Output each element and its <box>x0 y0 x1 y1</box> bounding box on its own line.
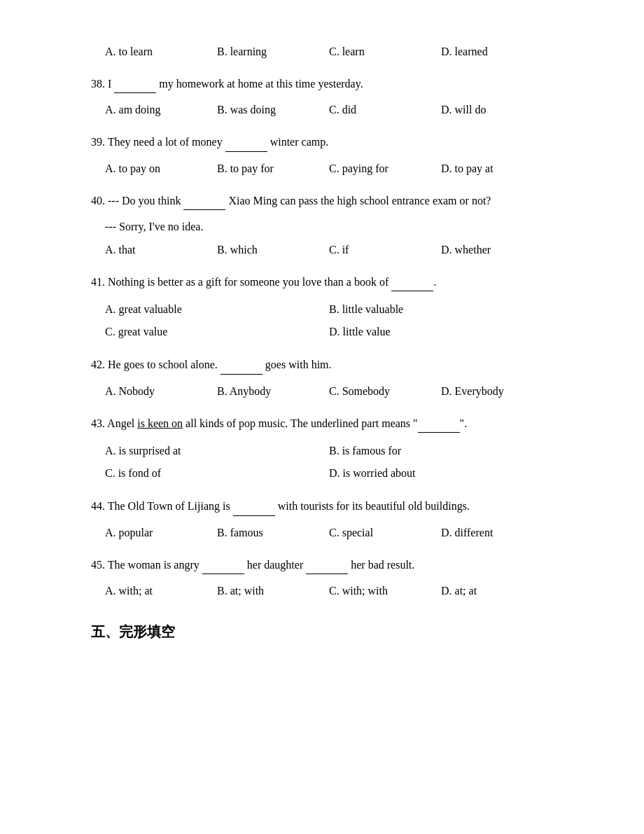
option-39-d: D. to pay at <box>441 159 553 179</box>
option-40-c: C. if <box>329 240 441 260</box>
option-45-c: C. with; with <box>329 581 441 602</box>
option-43-d: D. is worried about <box>329 462 553 485</box>
question-40-subtext: --- Sorry, I've no idea. <box>105 217 553 237</box>
option-45-a: A. with; at <box>105 581 217 602</box>
options-grid-43: A. is surprised at B. is famous for C. i… <box>91 440 553 485</box>
option-42-c: C. Somebody <box>329 382 441 402</box>
option-40-b: B. which <box>217 240 329 260</box>
option-40-d: D. whether <box>441 240 553 260</box>
option-41-d: D. little value <box>329 321 553 343</box>
option-44-a: A. popular <box>105 523 217 543</box>
option-37-c: C. learn <box>329 42 441 62</box>
question-42-text: 42. He goes to school alone. goes with h… <box>91 356 553 375</box>
options-row-38: A. am doing B. was doing C. did D. will … <box>91 100 553 120</box>
question-44: 44. The Old Town of Lijiang is with tour… <box>91 497 553 543</box>
options-row-44: A. popular B. famous C. special D. diffe… <box>91 523 553 543</box>
options-grid-41: A. great valuable B. little valuable C. … <box>91 298 553 343</box>
underlined-phrase-43: is keen on <box>137 417 183 429</box>
option-39-c: C. paying for <box>329 159 441 179</box>
question-38: 38. I my homework at home at this time y… <box>91 75 553 120</box>
options-row-37: A. to learn B. learning C. learn D. lear… <box>91 42 553 62</box>
option-43-b: B. is famous for <box>329 440 553 462</box>
option-39-a: A. to pay on <box>105 159 217 179</box>
blank-45-1 <box>202 556 244 575</box>
blank-41 <box>391 273 433 292</box>
question-40: 40. --- Do you think Xiao Ming can pass … <box>91 192 553 260</box>
options-row-45: A. with; at B. at; with C. with; with D.… <box>91 581 553 602</box>
blank-43 <box>418 415 460 433</box>
blank-44 <box>233 497 275 516</box>
blank-45-2 <box>306 556 348 575</box>
question-40-text: 40. --- Do you think Xiao Ming can pass … <box>91 192 553 211</box>
option-39-b: B. to pay for <box>217 159 329 179</box>
option-42-d: D. Everybody <box>441 382 553 402</box>
question-44-text: 44. The Old Town of Lijiang is with tour… <box>91 497 553 516</box>
option-41-c: C. great value <box>105 321 329 343</box>
blank-42 <box>220 356 262 375</box>
option-44-b: B. famous <box>217 523 329 543</box>
question-45: 45. The woman is angry her daughter her … <box>91 556 553 602</box>
option-45-d: D. at; at <box>441 581 553 602</box>
option-43-c: C. is fond of <box>105 462 329 485</box>
options-row-39: A. to pay on B. to pay for C. paying for… <box>91 159 553 179</box>
section-5-title: 五、完形填空 <box>91 623 553 641</box>
blank-38 <box>114 75 156 94</box>
option-44-d: D. different <box>441 523 553 543</box>
options-row-40: A. that B. which C. if D. whether <box>91 240 553 260</box>
option-42-b: B. Anybody <box>217 382 329 402</box>
option-38-c: C. did <box>329 100 441 120</box>
option-45-b: B. at; with <box>217 581 329 602</box>
question-43-text: 43. Angel is keen on all kinds of pop mu… <box>91 415 553 433</box>
question-37-options: A. to learn B. learning C. learn D. lear… <box>91 42 553 62</box>
option-38-b: B. was doing <box>217 100 329 120</box>
question-39: 39. They need a lot of money winter camp… <box>91 133 553 179</box>
question-45-text: 45. The woman is angry her daughter her … <box>91 556 553 575</box>
question-38-text: 38. I my homework at home at this time y… <box>91 75 553 94</box>
option-41-a: A. great valuable <box>105 298 329 321</box>
question-43: 43. Angel is keen on all kinds of pop mu… <box>91 415 553 485</box>
option-38-a: A. am doing <box>105 100 217 120</box>
option-43-a: A. is surprised at <box>105 440 329 462</box>
option-38-d: D. will do <box>441 100 553 120</box>
blank-40 <box>183 192 225 211</box>
option-41-b: B. little valuable <box>329 298 553 321</box>
option-37-b: B. learning <box>217 42 329 62</box>
options-row-42: A. Nobody B. Anybody C. Somebody D. Ever… <box>91 382 553 402</box>
question-42: 42. He goes to school alone. goes with h… <box>91 356 553 401</box>
question-41: 41. Nothing is better as a gift for some… <box>91 273 553 344</box>
option-40-a: A. that <box>105 240 217 260</box>
option-42-a: A. Nobody <box>105 382 217 402</box>
question-39-text: 39. They need a lot of money winter camp… <box>91 133 553 152</box>
option-37-d: D. learned <box>441 42 553 62</box>
option-44-c: C. special <box>329 523 441 543</box>
blank-39 <box>225 133 267 152</box>
question-41-text: 41. Nothing is better as a gift for some… <box>91 273 553 292</box>
option-37-a: A. to learn <box>105 42 217 62</box>
